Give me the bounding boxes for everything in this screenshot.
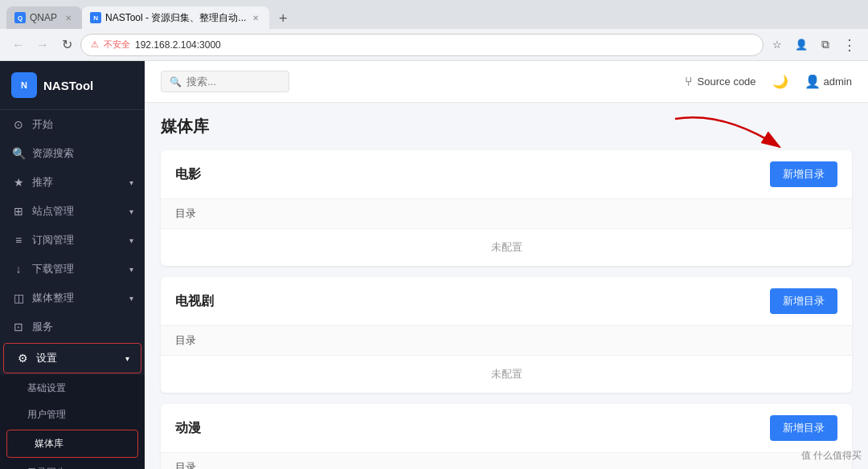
tab-close-nastool[interactable]: ✕	[250, 13, 261, 23]
back-button[interactable]: ←	[8, 35, 29, 55]
address-bar[interactable]: ⚠ 不安全 192.168.2.104:3000	[80, 34, 764, 56]
anime-dir-header: 目录	[161, 453, 852, 469]
extensions-btn[interactable]: ⧉	[815, 35, 836, 55]
tvshows-title: 电视剧	[175, 293, 214, 310]
movies-dir-label: 目录	[175, 207, 196, 219]
logo-icon: N	[11, 72, 37, 98]
page-title: 媒体库	[161, 116, 852, 137]
tvshows-dir-header: 目录	[161, 326, 852, 356]
bookmark-btn[interactable]: ☆	[767, 35, 788, 55]
recommend-arrow: ▾	[129, 178, 133, 187]
watermark: 值 什么值得买	[801, 449, 862, 463]
site-icon: ⊞	[11, 205, 26, 218]
watermark-text: 值 什么值得买	[801, 450, 862, 461]
more-btn[interactable]: ⋮	[839, 35, 860, 55]
sidebar-item-users[interactable]: 用户管理	[0, 402, 145, 428]
movies-add-btn[interactable]: 新增目录	[770, 161, 837, 187]
start-icon: ⊙	[11, 118, 26, 131]
sidebar-item-label: 下载管理	[32, 262, 74, 276]
tab-add-button[interactable]: +	[272, 8, 293, 29]
sidebar-item-label: 站点管理	[32, 204, 74, 218]
search-input[interactable]	[186, 75, 280, 88]
main-content: 媒体库 电影 新增目录 目录 未配置 电视剧 新增目录	[145, 103, 868, 469]
sidebar-item-download[interactable]: ↓ 下载管理 ▾	[0, 255, 145, 283]
sidebar-sub-menu: 基础设置 用户管理 媒体库 目录同步 消息通知 过滤规则 索引器 下载器	[0, 375, 145, 469]
recommend-icon: ★	[11, 176, 26, 189]
basic-label: 基础设置	[27, 381, 66, 395]
media-organize-icon: ◫	[11, 292, 26, 304]
tvshows-section: 电视剧 新增目录 目录 未配置	[161, 277, 852, 393]
search-box[interactable]: 🔍	[161, 71, 289, 92]
sidebar-logo: N NASTool	[0, 61, 145, 110]
tab-favicon-nastool: N	[90, 12, 101, 23]
tvshows-dir-label: 目录	[175, 334, 196, 346]
sidebar-item-settings[interactable]: ⚙ 设置 ▾	[3, 343, 141, 373]
movies-empty-label: 未配置	[491, 241, 522, 253]
movies-empty: 未配置	[161, 229, 852, 266]
users-label: 用户管理	[27, 408, 66, 422]
movies-title: 电影	[175, 166, 201, 183]
settings-icon: ⚙	[15, 352, 30, 365]
tab-qnap[interactable]: Q QNAP ✕	[6, 6, 82, 29]
app-layout: N NASTool ⊙ 开始 🔍 资源搜索 ★ 推荐 ▾ ⊞ 站点管理 ▾ ≡ …	[0, 61, 868, 469]
tvshows-empty: 未配置	[161, 356, 852, 393]
sidebar-item-service[interactable]: ⊡ 服务	[0, 312, 145, 341]
sidebar-item-subscription[interactable]: ≡ 订阅管理 ▾	[0, 226, 145, 255]
user-icon: 👤	[805, 74, 821, 89]
dark-mode-button[interactable]: 🌙	[769, 71, 792, 93]
anime-dir-label: 目录	[175, 461, 196, 469]
sidebar-item-label: 服务	[32, 320, 53, 334]
user-menu[interactable]: 👤 admin	[805, 74, 852, 89]
sidebar-item-dirsync[interactable]: 目录同步	[0, 459, 145, 469]
medialibrary-label: 媒体库	[35, 437, 63, 451]
anime-add-btn[interactable]: 新增目录	[770, 415, 837, 441]
source-code-icon: ⑂	[685, 75, 693, 89]
profile-btn[interactable]: 👤	[791, 35, 812, 55]
tab-label-nastool: NASTool - 资源归集、整理自动...	[105, 11, 246, 25]
sidebar-item-label: 开始	[32, 117, 53, 132]
reload-button[interactable]: ↻	[56, 35, 77, 55]
not-secure-label: 不安全	[104, 39, 130, 51]
dirsync-label: 目录同步	[27, 466, 66, 469]
sidebar-item-media-organize[interactable]: ◫ 媒体整理 ▾	[0, 283, 145, 312]
source-code-button[interactable]: ⑂ Source code	[685, 75, 756, 89]
anime-title: 动漫	[175, 420, 201, 437]
tab-label-qnap: QNAP	[30, 12, 57, 23]
logo-text: NASTool	[43, 79, 93, 92]
sidebar: N NASTool ⊙ 开始 🔍 资源搜索 ★ 推荐 ▾ ⊞ 站点管理 ▾ ≡ …	[0, 61, 145, 469]
tab-nastool[interactable]: N NASTool - 资源归集、整理自动... ✕	[82, 6, 269, 29]
settings-arrow: ▾	[125, 354, 129, 363]
anime-section: 动漫 新增目录 目录 未配置	[161, 404, 852, 469]
sidebar-item-label: 设置	[36, 351, 57, 365]
address-text: 192.168.2.104:3000	[135, 39, 221, 51]
sidebar-item-medialibrary[interactable]: 媒体库	[6, 430, 138, 458]
sidebar-item-recommend[interactable]: ★ 推荐 ▾	[0, 168, 145, 197]
subscription-arrow: ▾	[129, 236, 133, 245]
app-header: 🔍 ⑂ Source code 🌙 👤 admin	[145, 61, 868, 103]
tab-bar: Q QNAP ✕ N NASTool - 资源归集、整理自动... ✕ +	[0, 0, 868, 29]
sidebar-item-resource[interactable]: 🔍 资源搜索	[0, 139, 145, 168]
not-secure-icon: ⚠	[91, 39, 99, 50]
sidebar-item-site[interactable]: ⊞ 站点管理 ▾	[0, 197, 145, 226]
source-code-label: Source code	[698, 75, 756, 88]
tvshows-header: 电视剧 新增目录	[161, 277, 852, 326]
movies-dir-header: 目录	[161, 199, 852, 229]
content-area: 🔍 ⑂ Source code 🌙 👤 admin	[145, 61, 868, 469]
search-icon: 🔍	[170, 76, 182, 88]
sidebar-item-label: 媒体整理	[32, 291, 74, 305]
forward-button[interactable]: →	[32, 35, 53, 55]
tvshows-empty-label: 未配置	[491, 368, 522, 380]
sidebar-item-label: 推荐	[32, 175, 53, 190]
movies-section: 电影 新增目录 目录 未配置	[161, 150, 852, 266]
sidebar-item-label: 订阅管理	[32, 233, 74, 247]
resource-icon: 🔍	[11, 147, 26, 160]
download-arrow: ▾	[129, 265, 133, 274]
tvshows-add-btn[interactable]: 新增目录	[770, 288, 837, 314]
tab-close-qnap[interactable]: ✕	[63, 13, 74, 23]
sidebar-item-start[interactable]: ⊙ 开始	[0, 110, 145, 139]
anime-header: 动漫 新增目录	[161, 404, 852, 453]
sidebar-item-basic[interactable]: 基础设置	[0, 375, 145, 402]
site-arrow: ▾	[129, 207, 133, 216]
sidebar-item-label: 资源搜索	[32, 146, 74, 161]
nav-bar: ← → ↻ ⚠ 不安全 192.168.2.104:3000 ☆ 👤 ⧉ ⋮	[0, 29, 868, 61]
